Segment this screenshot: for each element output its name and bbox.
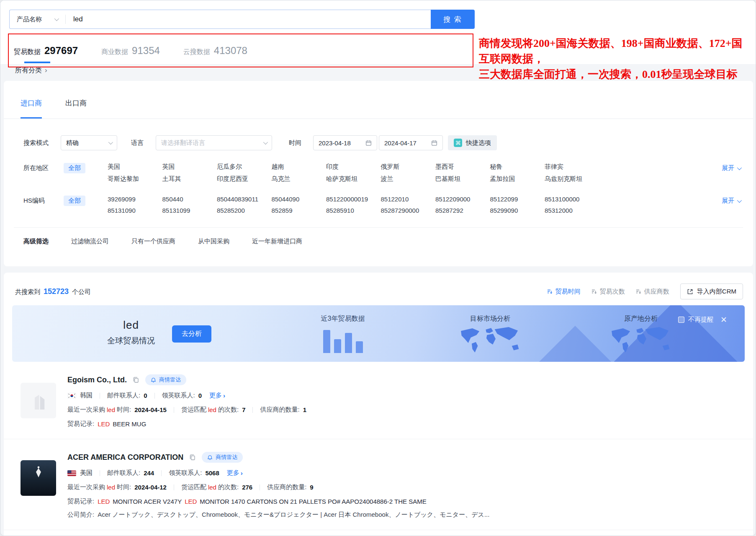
region-item[interactable]: 俄罗斯 [381, 163, 436, 171]
hs-code-item[interactable]: 851220000019 [326, 196, 381, 203]
sort-supplier-count[interactable]: 供应商数 [636, 288, 669, 296]
filter-logistics[interactable]: 过滤物流公司 [71, 237, 109, 245]
dismiss-control: 不再提醒 ✕ [678, 316, 727, 324]
chevron-right-icon: › [45, 66, 47, 74]
filter-single-supplier[interactable]: 只有一个供应商 [131, 237, 175, 245]
hs-code-item[interactable]: 852859 [272, 207, 327, 214]
tab-importer[interactable]: 进口商 [21, 98, 42, 119]
hs-code-item[interactable]: 39269099 [108, 196, 162, 203]
hs-code-item[interactable]: 85287290000 [381, 207, 436, 214]
hs-code-item[interactable]: 85122099 [490, 196, 545, 203]
building-icon [26, 388, 51, 413]
more-link[interactable]: 更多 › [227, 469, 243, 477]
data-tab-business[interactable]: 商业数据 91354 [101, 45, 160, 57]
hs-code-item[interactable]: 8513100000 [545, 196, 599, 203]
region-item[interactable]: 乌兹别克斯坦 [545, 175, 599, 183]
region-item[interactable]: 印度尼西亚 [217, 175, 272, 183]
region-item[interactable]: 菲律宾 [545, 163, 599, 171]
region-all-chip[interactable]: 全部 [64, 163, 85, 173]
region-item[interactable]: 土耳其 [162, 175, 217, 183]
region-item[interactable]: 波兰 [381, 175, 436, 183]
trend-chart-label: 近3年贸易数据 [305, 314, 381, 323]
region-item[interactable]: 越南 [272, 163, 327, 171]
dismiss-checkbox[interactable] [678, 317, 684, 323]
company-card: Egoism Co., Ltd. 商情雷达 [4, 362, 753, 439]
hs-code-item[interactable]: 850440839011 [217, 196, 272, 203]
company-thumbnail[interactable] [21, 383, 56, 418]
match-label: 货运匹配 [181, 406, 206, 414]
expand-hs-codes-link[interactable]: 展开 [722, 196, 741, 205]
breadcrumb[interactable]: 所有分类› [15, 66, 47, 75]
search-category-select[interactable]: 产品名称 [10, 15, 65, 23]
usa-flag-icon [67, 470, 76, 476]
data-tab-count: 413078 [214, 45, 247, 57]
data-tab-label: 云搜数据 [183, 48, 210, 57]
copy-icon[interactable] [189, 454, 196, 461]
date-to-input[interactable]: 2024-04-17 [379, 135, 443, 150]
expand-regions-link[interactable]: 展开 [722, 163, 741, 172]
tab-exporter[interactable]: 出口商 [65, 98, 87, 119]
divider [252, 407, 253, 413]
hs-code-item[interactable]: 85131090 [108, 207, 162, 214]
divider [154, 393, 155, 399]
search-input[interactable] [66, 15, 431, 23]
sort-label: 贸易次数 [600, 288, 625, 296]
radar-bell-icon [151, 377, 156, 383]
language-placeholder: 请选择翻译语言 [161, 139, 205, 147]
import-crm-button[interactable]: 导入内部CRM [680, 283, 743, 299]
hs-code-item[interactable]: 85122010 [381, 196, 436, 203]
region-item[interactable]: 秘鲁 [490, 163, 545, 171]
match-label-suffix: 的次数: [218, 483, 239, 491]
data-tab-trade[interactable]: 贸易数据 297697 [14, 45, 78, 57]
data-tab-label: 贸易数据 [14, 48, 41, 57]
origin-analysis-label: 原产地分析 [603, 314, 679, 323]
region-item[interactable]: 墨西哥 [435, 163, 490, 171]
origin-analysis-block: 原产地分析 [603, 314, 679, 359]
data-tab-cloud[interactable]: 云搜数据 413078 [183, 45, 247, 57]
date-from-input[interactable]: 2023-04-18 [313, 135, 377, 150]
more-link[interactable]: 更多 › [209, 392, 225, 399]
filter-new-importers[interactable]: 近一年新增进口商 [252, 237, 302, 245]
sort-icon [547, 289, 553, 294]
company-name[interactable]: ACER AMERICA CORPORATION [67, 453, 183, 462]
close-icon[interactable]: ✕ [720, 316, 727, 324]
region-item[interactable]: 英国 [162, 163, 217, 171]
region-item[interactable]: 孟加拉国 [490, 175, 545, 183]
radar-badge[interactable]: 商情雷达 [202, 452, 243, 463]
region-item[interactable]: 哥斯达黎加 [108, 175, 162, 183]
company-thumbnail[interactable] [21, 460, 56, 496]
radar-badge[interactable]: 商情雷达 [145, 374, 186, 385]
sort-trade-count[interactable]: 贸易次数 [591, 288, 625, 296]
results-panel: 共搜索到 152723 个公司 贸易时间 贸易次数 供应商数 [4, 273, 753, 536]
hs-code-item[interactable]: 85044090 [272, 196, 327, 203]
linkedin-contacts-label: 领英联系人: [169, 469, 202, 477]
region-item[interactable]: 巴基斯坦 [435, 175, 490, 183]
copy-icon[interactable] [133, 376, 139, 383]
hs-code-item[interactable]: 85285200 [217, 207, 272, 214]
hs-code-item[interactable]: 85285910 [326, 207, 381, 214]
annotation-line1: 商情发现将200+国海关数据、198+国商业数据、172+国互联网数据， [479, 36, 747, 67]
command-icon: ⌘ [454, 139, 462, 147]
advanced-filter-link[interactable]: 高级筛选 [23, 237, 49, 245]
hs-all-chip[interactable]: 全部 [64, 196, 85, 206]
quick-options-button[interactable]: ⌘ 快捷选项 [448, 135, 497, 150]
chevron-down-icon [54, 16, 59, 21]
region-item[interactable]: 哈萨克斯坦 [326, 175, 381, 183]
region-item[interactable]: 印度 [326, 163, 381, 171]
company-name[interactable]: Egoism Co., Ltd. [67, 376, 127, 384]
sort-trade-time[interactable]: 贸易时间 [547, 288, 581, 296]
hs-code-item[interactable]: 850440 [162, 196, 217, 203]
analyze-button[interactable]: 去分析 [172, 325, 211, 343]
region-item[interactable]: 厄瓜多尔 [217, 163, 272, 171]
search-button[interactable]: 搜 索 [431, 10, 475, 29]
hs-code-item[interactable]: 85299090 [490, 207, 545, 214]
hs-code-item[interactable]: 8512209000 [435, 196, 490, 203]
hs-code-item[interactable]: 85312000 [545, 207, 599, 214]
language-select[interactable]: 请选择翻译语言 [156, 135, 272, 150]
search-mode-select[interactable]: 精确 [61, 135, 117, 150]
filter-from-china[interactable]: 从中国采购 [198, 237, 229, 245]
region-item[interactable]: 乌克兰 [272, 175, 327, 183]
region-item[interactable]: 美国 [108, 163, 162, 171]
hs-code-item[interactable]: 85131099 [162, 207, 217, 214]
hs-code-item[interactable]: 85287292 [435, 207, 490, 214]
